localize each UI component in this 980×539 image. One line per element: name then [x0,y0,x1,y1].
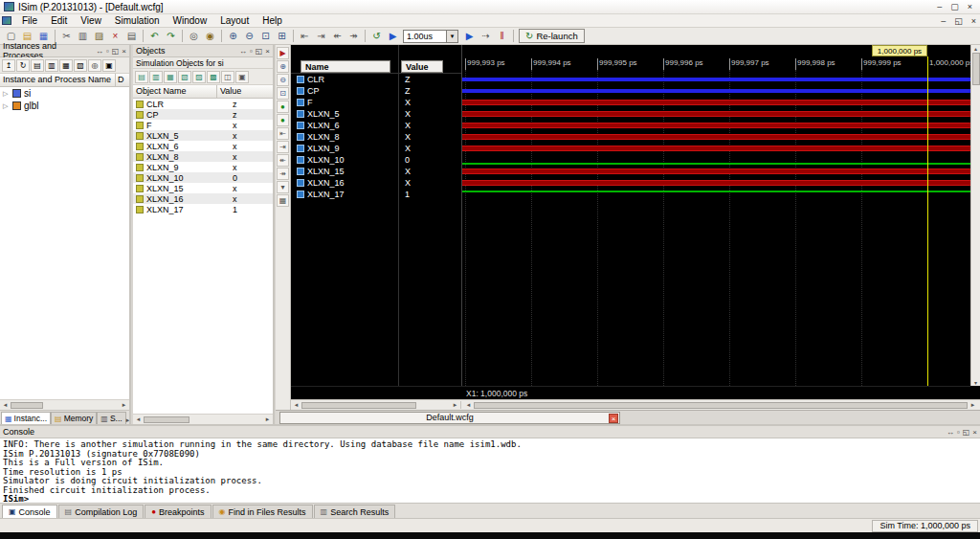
expand-all-icon[interactable]: ▦ [59,59,73,72]
menu-file[interactable]: File [15,14,44,28]
go-up-icon[interactable]: ↥ [2,59,15,72]
panel-tab-s[interactable]: ▥S... [97,412,125,424]
panel-tab-memory[interactable]: ▤Memory [51,412,97,424]
restore-panel-icon[interactable]: ◱ [112,47,120,56]
restore-panel-icon[interactable]: ◱ [963,428,970,437]
column-instance-name[interactable]: Instance and Process Name [0,74,116,86]
object-row-cp[interactable]: CPz [133,109,273,120]
object-row-xlxn_8[interactable]: XLXN_8x [133,151,273,162]
close-icon[interactable]: × [968,2,972,11]
column-object-value[interactable]: Value [217,85,273,98]
wave-signal-row[interactable] [462,177,970,189]
wave-signal-row[interactable] [462,143,970,154]
relaunch-button[interactable]: ↻Re-launch [519,29,585,43]
scroll-thumb[interactable] [144,416,189,423]
wave-signal-row[interactable] [462,120,970,131]
float-icon[interactable]: ▫ [106,47,109,56]
instance-item-glbl[interactable]: ▷glbl [0,100,129,112]
sort-icon[interactable]: ▤ [31,59,44,72]
wave-signal-row[interactable] [462,154,970,166]
scroll-right-icon[interactable]: ▸ [450,401,460,409]
find-icon[interactable]: ◎ [186,29,202,43]
minimize-icon[interactable]: – [937,2,942,11]
expander-icon[interactable]: ▷ [3,102,10,110]
tabs-overflow-icon[interactable]: ▸ [126,416,129,424]
menu-help[interactable]: Help [256,14,289,28]
wave-signal-row[interactable] [462,131,970,143]
zoom-to-full-icon[interactable]: ⊡ [257,29,274,43]
dock-icon[interactable]: ↔ [239,47,247,56]
object-row-xlxn_9[interactable]: XLXN_9x [133,162,273,172]
object-row-xlxn_6[interactable]: XLXN_6x [133,141,273,151]
wave-signal-row[interactable] [462,189,970,200]
step-icon[interactable]: ⇢ [478,29,494,43]
float-icon[interactable]: ▫ [250,47,253,56]
settings-icon[interactable]: ▣ [102,59,116,72]
measure-icon[interactable]: ● [277,114,289,126]
search-icon[interactable]: ◎ [88,59,101,72]
scroll-thumb[interactable] [972,53,980,85]
filter-objects-icon[interactable]: ◫ [221,71,234,83]
show-outputs-icon[interactable]: ▥ [149,71,163,83]
wave-grid-icon[interactable]: ▦ [277,194,289,207]
signal-name-xlxn_5[interactable]: XLXN_5 [291,108,398,120]
dock-icon[interactable]: ↔ [947,428,954,437]
next-edge-icon[interactable]: ↠ [277,168,289,180]
close-panel-icon[interactable]: × [265,47,270,56]
tab-find-in-files-results[interactable]: ◉Find in Files Results [212,505,313,518]
tab-console[interactable]: ▣Console [2,505,57,518]
expander-icon[interactable]: ▷ [3,90,10,98]
prev-edge-icon[interactable]: ↞ [277,154,289,167]
instances-column-header[interactable]: Instance and Process Name D [0,74,129,87]
signal-name-cp[interactable]: CP [291,85,398,97]
show-constants-icon[interactable]: ▨ [192,71,206,83]
wave-signal-row[interactable] [462,97,970,108]
menu-edit[interactable]: Edit [44,14,74,28]
signal-name-clr[interactable]: CLR [291,74,398,85]
time-cursor[interactable] [927,56,928,386]
scroll-right-icon[interactable]: ▸ [262,415,273,423]
scroll-thumb[interactable] [11,402,43,409]
object-row-xlxn_16[interactable]: XLXN_16x [133,193,273,204]
scroll-down-icon[interactable]: ▾ [974,379,977,386]
mdi-restore-icon[interactable]: ◱ [954,16,963,26]
object-row-clr[interactable]: CLRz [133,99,273,109]
wave-zoom-out-icon[interactable]: ⊖ [277,74,289,86]
mdi-close-icon[interactable]: × [971,16,976,26]
column-design-unit[interactable]: D [116,74,129,86]
pointer-icon[interactable]: ▶ [277,47,289,59]
show-variables-icon[interactable]: ▩ [207,71,220,83]
scroll-right-icon[interactable]: ▸ [968,401,978,409]
restore-panel-icon[interactable]: ◱ [256,47,263,56]
object-row-f[interactable]: Fx [133,120,273,130]
collapse-all-icon[interactable]: ▧ [74,59,87,72]
go-to-time-zero-icon[interactable]: ⇤ [297,29,313,43]
tab-default-wcfg[interactable]: Default.wcfg × [279,412,620,424]
tab-breakpoints[interactable]: ●Breakpoints [145,505,211,518]
wave-vscrollbar[interactable]: ▴ ▾ [970,45,980,386]
restart-icon[interactable]: ↺ [368,29,385,43]
console-output[interactable]: INFO: There is another simulation runnin… [0,438,980,503]
menu-layout[interactable]: Layout [213,14,256,28]
refresh-icon[interactable]: ↻ [16,59,30,72]
signal-name-xlxn_16[interactable]: XLXN_16 [291,177,398,189]
wave-zoom-in-icon[interactable]: ⊕ [277,60,289,73]
close-tab-icon[interactable]: × [609,414,618,423]
break-icon[interactable]: ‖ [494,29,510,43]
signal-name-xlxn_10[interactable]: XLXN_10 [291,154,398,166]
signal-name-xlxn_17[interactable]: XLXN_17 [291,189,398,200]
tab-search-results[interactable]: ▥Search Results [314,505,396,518]
next-transition-icon[interactable]: ↠ [345,29,362,43]
sim-time-input[interactable]: 1.00us [403,30,447,43]
find-in-files-icon[interactable]: ◉ [202,29,218,43]
wave-hscrollbar[interactable]: ◂ ▸ ◂ ▸ [291,399,980,410]
signal-name-xlxn_6[interactable]: XLXN_6 [291,120,398,131]
objects-hscrollbar[interactable]: ◂ ▸ [133,414,273,424]
titlebar[interactable]: ISim (P.20131013) - [Default.wcfg] –▢× [0,0,980,14]
zoom-out-icon[interactable]: ⊖ [241,29,257,43]
scroll-left-icon[interactable]: ◂ [463,401,474,409]
time-dropdown-icon[interactable]: ▾ [447,30,458,43]
delete-icon[interactable]: × [107,29,123,43]
signal-name-xlxn_8[interactable]: XLXN_8 [291,131,398,143]
scroll-right-icon[interactable]: ▸ [119,401,129,409]
